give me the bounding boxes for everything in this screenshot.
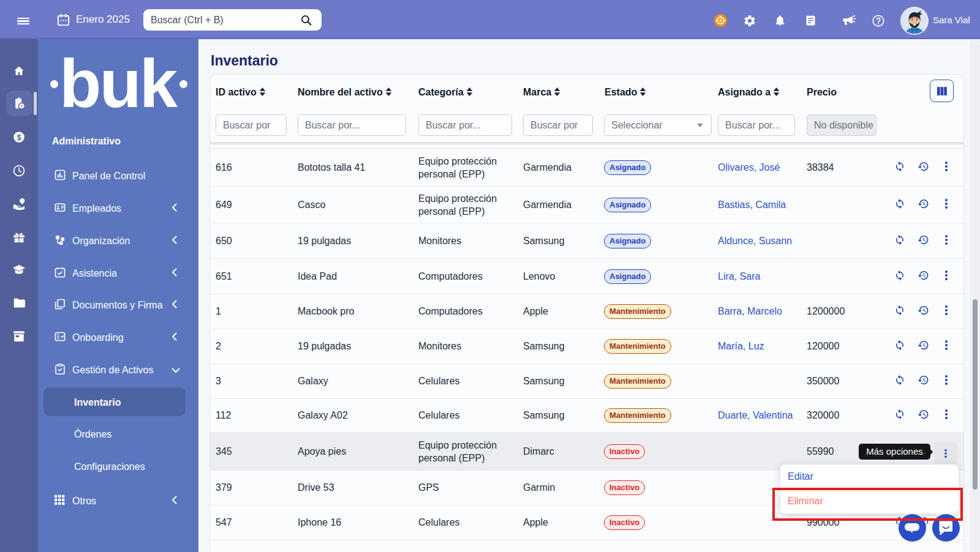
svg-text:$: $ — [17, 133, 21, 142]
